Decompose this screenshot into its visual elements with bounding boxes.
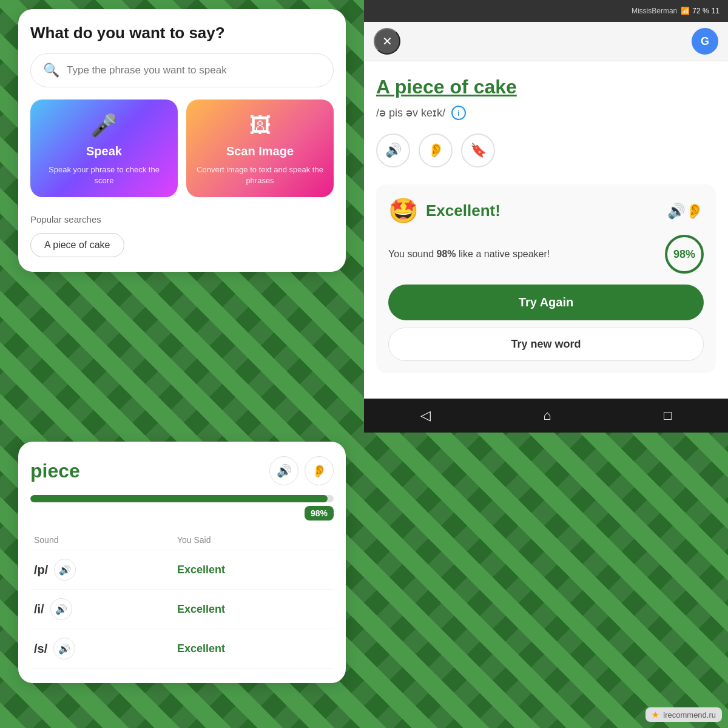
speak-label: Speak [86,144,122,158]
audio-buttons: 🔊 👂 🔖 [376,133,716,167]
action-buttons: 🎤 Speak Speak your phrase to check the s… [30,99,334,197]
google-icon: G [701,35,709,48]
search-icon: 🔍 [43,62,59,78]
battery-label: 72 % [692,7,709,15]
sound-column-header: Sound [30,530,174,550]
phoneme-label-s: /s/ [34,642,47,656]
score-description: You sound 98% like a native speaker! 98% [388,235,704,274]
ear-icon: 🔊👂 [667,203,704,220]
dictionary-panel-quadrant: MissisBerman 📶 72 % 11 ✕ G A piece of ca… [364,0,728,433]
info-icon: i [457,109,460,118]
bookmark-button[interactable]: 🔖 [461,133,495,167]
google-button[interactable]: G [692,28,718,55]
back-icon: ◁ [420,408,431,423]
word-listen-button[interactable]: 👂 [305,456,334,485]
progress-fill [30,495,328,502]
result-s: Excellent [177,642,225,655]
popular-chip-cake[interactable]: A piece of cake [30,233,124,257]
audio-play-button[interactable]: 🔊 [376,133,410,167]
sound-play-p[interactable]: 🔊 [54,559,76,581]
listen-icon-small: 👂 [312,463,327,478]
speaker-icon-s: 🔊 [58,643,70,655]
audio-listen-button[interactable]: 👂 [419,133,453,167]
dictionary-content: A piece of cake /ə pis əv keɪk/ i 🔊 👂 🔖 [364,61,728,399]
search-card: What do you want to say? 🔍 🎤 Speak Speak… [18,9,346,272]
status-bar: MissisBerman 📶 72 % 11 [364,0,728,22]
home-icon: ⌂ [543,408,551,423]
info-button[interactable]: i [451,106,466,120]
speaker-icon-small: 🔊 [277,463,292,478]
bookmark-icon: 🔖 [470,143,487,158]
listen-icon: 👂 [428,143,444,158]
excellent-text: Excellent! [426,201,500,220]
excellent-left: 🤩 Excellent! [388,197,500,225]
word-title: piece [30,460,80,482]
scan-subtitle: Convert image to text and speak the phra… [196,164,324,186]
sounds-table: Sound You Said /p/ 🔊 Excel [30,530,334,669]
try-again-button[interactable]: Try Again [388,285,704,320]
scan-icon: 🖼 [249,113,271,138]
score-section: 🤩 Excellent! 🔊👂 You sound 98% like a nat… [376,184,716,373]
result-p: Excellent [177,564,225,576]
star-icon: ★ [652,710,659,720]
sound-play-i[interactable]: 🔊 [50,598,72,620]
microphone-icon: 🎤 [90,113,118,138]
dictionary-panel: MissisBerman 📶 72 % 11 ✕ G A piece of ca… [364,0,728,433]
word-speaker-button[interactable]: 🔊 [269,456,298,485]
search-input[interactable] [67,64,321,76]
table-row: /s/ 🔊 Excellent [30,629,334,669]
speaker-icon-i: 🔊 [55,604,67,615]
close-icon: ✕ [382,34,393,49]
table-header: Sound You Said [30,530,334,550]
recents-nav-button[interactable]: □ [664,408,672,423]
phrase-phonetic: /ə pis əv keɪk/ i [376,106,716,120]
dict-top-bar: ✕ G [364,22,728,61]
speaker-icon: 🔊 [385,143,402,158]
word-audio-buttons: 🔊 👂 [269,456,334,485]
you-said-column-header: You Said [174,530,334,550]
speak-button[interactable]: 🎤 Speak Speak your phrase to check the s… [30,99,178,197]
sound-play-s[interactable]: 🔊 [53,638,75,659]
phrase-title: A piece of cake [376,76,716,98]
score-card: piece 🔊 👂 98% Sound You Said [18,442,346,683]
scan-button[interactable]: 🖼 Scan Image Convert image to text and s… [186,99,334,197]
watermark: ★ irecommend.ru [645,707,722,722]
wifi-icon: 📶 [681,7,690,15]
score-circle: 98% [665,235,704,274]
back-nav-button[interactable]: ◁ [420,408,431,423]
phoneme-label: /p/ [34,563,48,577]
speaker-icon-p: 🔊 [59,564,71,576]
close-button[interactable]: ✕ [374,28,400,55]
try-new-word-button[interactable]: Try new word [388,328,704,361]
speak-subtitle: Speak your phrase to check the score [40,164,168,186]
username-label: MissisBerman [632,7,677,15]
home-nav-button[interactable]: ⌂ [543,408,551,423]
recommend-badge: ★ irecommend.ru [645,707,722,722]
search-panel-quadrant: What do you want to say? 🔍 🎤 Speak Speak… [0,0,364,433]
clock-label: 11 [712,7,720,15]
search-card-title: What do you want to say? [30,24,334,42]
status-icons: 📶 72 % 11 [681,7,720,15]
recommend-text: irecommend.ru [663,710,716,720]
excellent-row: 🤩 Excellent! 🔊👂 [388,197,704,225]
progress-bar [30,495,334,502]
word-header: piece 🔊 👂 [30,456,334,485]
phoneme-label-i: /i/ [34,602,44,616]
table-row: /p/ 🔊 Excellent [30,550,334,590]
table-row: /i/ 🔊 Excellent [30,590,334,629]
pronunciation-panel-quadrant: piece 🔊 👂 98% Sound You Said [0,433,364,728]
result-i: Excellent [177,603,225,615]
bottom-right-quadrant: ★ irecommend.ru [364,433,728,728]
score-badge: 98% [305,506,334,521]
excellent-emoji: 🤩 [388,197,419,225]
navigation-bar: ◁ ⌂ □ [364,399,728,433]
recents-icon: □ [664,408,672,423]
scan-label: Scan Image [226,144,294,158]
popular-label: Popular searches [30,214,334,224]
sounds-table-body: /p/ 🔊 Excellent /i/ [30,550,334,669]
search-box[interactable]: 🔍 [30,53,334,87]
